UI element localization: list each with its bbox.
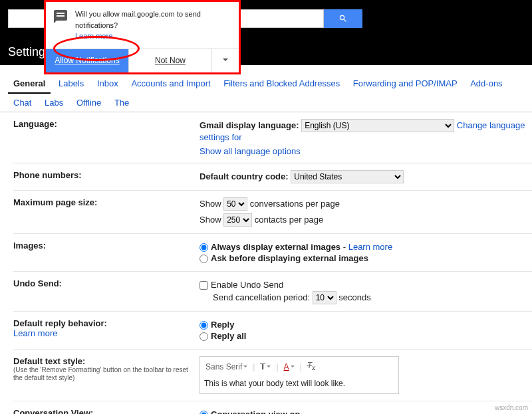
text-style-sub: (Use the 'Remove Formatting' button on t… (13, 366, 193, 382)
chat-bubble-icon (53, 9, 68, 25)
images-label: Images: (13, 241, 46, 251)
language-select[interactable]: English (US) (301, 119, 454, 132)
chevron-down-icon (267, 365, 271, 369)
allow-notifications-button[interactable]: Allow Notifications (46, 49, 129, 72)
tab-filters[interactable]: Filters and Blocked Addresses (218, 74, 345, 92)
tab-inbox[interactable]: Inbox (92, 74, 124, 92)
notification-learn-more-link[interactable]: Learn more... (75, 32, 118, 40)
undo-period-select[interactable]: 10 (313, 291, 336, 304)
chevron-down-icon (291, 365, 295, 369)
font-size-tool[interactable]: 𝗧 (259, 362, 272, 371)
remove-formatting-tool[interactable]: Tx (306, 361, 317, 371)
reply-radio[interactable]: Reply (200, 320, 532, 330)
conversation-on-radio[interactable]: Conversation view on (200, 409, 532, 414)
conversations-per-page-select[interactable]: 50 (223, 197, 247, 211)
images-ask-radio[interactable]: Ask before displaying external images (200, 253, 532, 263)
gmail-display-language-label: Gmail display language: (200, 120, 299, 130)
not-now-button[interactable]: Not Now (129, 49, 212, 72)
chevron-down-icon (243, 365, 247, 369)
country-code-select[interactable]: United States (291, 170, 404, 183)
tab-chat[interactable]: Chat (8, 94, 37, 112)
chevron-down-icon (223, 58, 228, 64)
show-all-languages-link[interactable]: Show all language options (200, 146, 301, 156)
tab-addons[interactable]: Add-ons (465, 74, 507, 92)
tab-labs[interactable]: Labs (39, 94, 68, 112)
max-page-size-label: Maximum page size: (13, 197, 97, 207)
undo-send-label: Undo Send: (13, 278, 62, 288)
watermark: wsxdn.com (495, 404, 528, 411)
text-style-box: Sans Serif | 𝗧 | A | Tx This is what you… (200, 356, 399, 393)
tab-forwarding[interactable]: Forwarding and POP/IMAP (348, 74, 463, 92)
default-reply-label: Default reply behavior: (13, 318, 107, 328)
tab-accounts[interactable]: Accounts and Import (126, 74, 215, 92)
contacts-per-page-select[interactable]: 250 (223, 213, 252, 227)
font-family-tool[interactable]: Sans Serif (204, 362, 249, 371)
default-text-style-label: Default text style: (13, 356, 85, 366)
language-label: Language: (13, 119, 57, 129)
tab-labels[interactable]: Labels (53, 74, 89, 92)
text-color-tool[interactable]: A (283, 362, 296, 371)
images-learn-more-link[interactable]: Learn more (348, 242, 392, 252)
notification-question: Will you allow mail.google.com to send n… (75, 9, 232, 31)
search-button[interactable] (324, 9, 362, 28)
tab-general[interactable]: General (8, 74, 51, 94)
notification-popup: Will you allow mail.google.com to send n… (44, 0, 241, 74)
enable-undo-checkbox[interactable]: Enable Undo Send (200, 280, 532, 290)
settings-tabs: General Labels Inbox Accounts and Import… (0, 72, 532, 112)
notification-dropdown-button[interactable] (212, 49, 239, 72)
search-icon (338, 14, 348, 23)
conversation-view-label: Conversation View: (13, 408, 93, 414)
images-always-radio[interactable]: Always display external images - Learn m… (200, 242, 532, 252)
tab-offline[interactable]: Offline (71, 94, 106, 112)
reply-all-radio[interactable]: Reply all (200, 331, 532, 341)
default-country-code-label: Default country code: (200, 171, 289, 181)
text-style-sample: This is what your body text will look li… (204, 376, 394, 391)
reply-learn-more-link[interactable]: Learn more (13, 328, 57, 338)
phone-numbers-label: Phone numbers: (13, 170, 82, 180)
tab-themes[interactable]: The (109, 94, 134, 112)
